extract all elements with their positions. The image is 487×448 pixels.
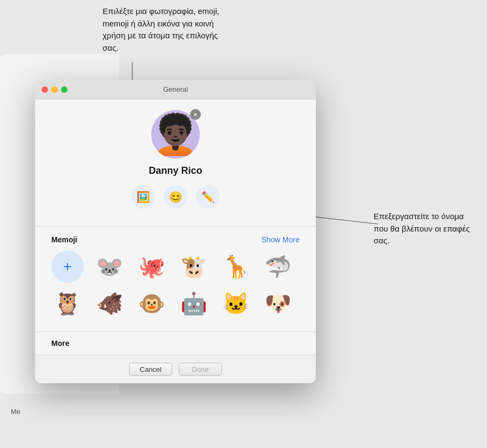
- annotation-top-text: Επιλέξτε μια φωτογραφία, emoji, memoji ή…: [103, 5, 227, 54]
- main-dialog: General 🧑🏿‍🦱 × Danny Rico 🖼️ 😊 ✏️ M: [35, 80, 316, 383]
- memoji-section: Memoji Show More + 🐭 🐙 🐮 🦒 🦈 🦉 🐗 🐵 🤖 🐱 🐶: [51, 227, 300, 320]
- memoji-display: 🧑🏿‍🦱: [151, 115, 200, 154]
- dialog-body: 🧑🏿‍🦱 × Danny Rico 🖼️ 😊 ✏️ Memoji Show Mo…: [35, 99, 316, 350]
- cow-emoji-cell[interactable]: 🐮: [178, 250, 210, 283]
- octopus-emoji-cell[interactable]: 🐙: [136, 250, 168, 283]
- emoji-grid: + 🐭 🐙 🐮 🦒 🦈 🦉 🐗 🐵 🤖 🐱 🐶: [51, 250, 300, 320]
- dog-emoji-cell[interactable]: 🐶: [262, 287, 294, 320]
- cat-emoji-cell[interactable]: 🐱: [220, 287, 252, 320]
- avatar-section: 🧑🏿‍🦱 × Danny Rico 🖼️ 😊 ✏️: [51, 110, 300, 220]
- emoji-button[interactable]: 😊: [164, 185, 187, 209]
- dialog-footer: Cancel Done: [35, 355, 316, 383]
- annotation-right-text: Επεξεργαστείτε το όνομα που θα βλέπουν ο…: [374, 211, 476, 247]
- minimize-button[interactable]: [51, 86, 58, 93]
- done-button[interactable]: Done: [179, 363, 222, 376]
- photo-button[interactable]: 🖼️: [131, 185, 155, 209]
- monkey-emoji-cell[interactable]: 🐵: [136, 287, 168, 320]
- edit-name-button[interactable]: ✏️: [196, 185, 220, 209]
- maximize-button[interactable]: [61, 86, 67, 93]
- memoji-section-header: Memoji Show More: [51, 235, 300, 244]
- avatar-wrapper: 🧑🏿‍🦱 ×: [151, 110, 200, 159]
- shark-emoji-cell[interactable]: 🦈: [262, 250, 294, 283]
- memoji-section-title: Memoji: [51, 235, 77, 244]
- dialog-titlebar: General: [35, 80, 316, 99]
- action-buttons: 🖼️ 😊 ✏️: [131, 185, 220, 209]
- boar-emoji-cell[interactable]: 🐗: [93, 287, 126, 320]
- more-section-title: More: [51, 339, 69, 348]
- bg-window-label: Me: [11, 408, 21, 416]
- show-more-button[interactable]: Show More: [261, 235, 300, 244]
- mouse-emoji-cell[interactable]: 🐭: [93, 250, 126, 283]
- more-section: More: [51, 327, 300, 350]
- add-memoji-button[interactable]: +: [51, 250, 84, 283]
- owl-emoji-cell[interactable]: 🦉: [51, 287, 84, 320]
- traffic-lights: [42, 86, 67, 93]
- dialog-title: General: [163, 85, 188, 93]
- robot-emoji-cell[interactable]: 🤖: [178, 287, 210, 320]
- giraffe-emoji-cell[interactable]: 🦒: [220, 250, 252, 283]
- avatar-close-button[interactable]: ×: [190, 109, 201, 120]
- cancel-button[interactable]: Cancel: [129, 363, 172, 376]
- close-button[interactable]: [42, 86, 48, 93]
- user-name: Danny Rico: [148, 165, 202, 177]
